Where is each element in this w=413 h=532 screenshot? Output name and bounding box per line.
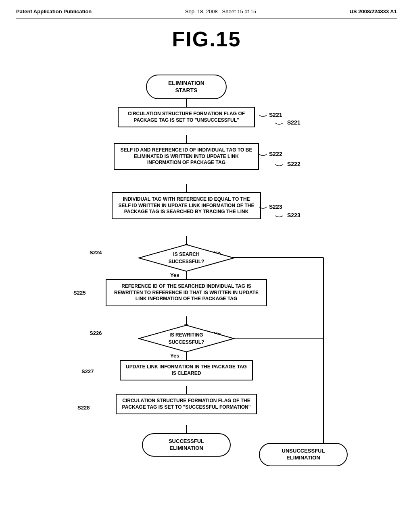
svg-text:S222: S222 (269, 151, 282, 157)
svg-text:SUCCESSFUL?: SUCCESSFUL? (169, 339, 204, 345)
fail-end-node: UNSUCCESSFUL ELIMINATION (259, 443, 348, 466)
svg-marker-30 (139, 245, 234, 271)
s224-diamond-container: IS SEARCH SUCCESSFUL? (138, 244, 235, 274)
s226-label: S226 (90, 329, 102, 337)
s224-diamond-shape: IS SEARCH SUCCESSFUL? (138, 244, 235, 272)
s221-box: CIRCULATION STRUCTURE FORMATION FLAG OF … (118, 107, 255, 127)
svg-text:S221: S221 (269, 112, 282, 118)
s221-row: CIRCULATION STRUCTURE FORMATION FLAG OF … (118, 107, 255, 127)
publication-label: Patent Application Publication (16, 8, 92, 15)
svg-marker-33 (139, 325, 234, 352)
svg-text:SUCCESSFUL?: SUCCESSFUL? (169, 259, 204, 264)
patent-number-label: US 2008/224833 A1 (350, 8, 397, 15)
figure-title: FIG.15 (16, 27, 397, 51)
s222-box: SELF ID AND REFERENCE ID OF INDIVIDUAL T… (114, 143, 259, 170)
s224-label: S224 (90, 249, 102, 256)
s222-row: SELF ID AND REFERENCE ID OF INDIVIDUAL T… (114, 143, 259, 170)
page-header: Patent Application Publication Sep. 18, … (16, 8, 397, 19)
s226-diamond-container: IS REWRITING SUCCESSFUL? (138, 324, 235, 354)
s227-box: UPDATE LINK INFORMATION IN THE PACKAGE T… (120, 360, 253, 380)
s228-label: S228 (77, 404, 90, 411)
s225-row: REFERENCE ID OF THE SEARCHED INDIVIDUAL … (106, 279, 267, 306)
start-node: ELIMINATION STARTS (146, 75, 227, 99)
s228-box: CIRCULATION STRUCTURE FORMATION FLAG OF … (116, 394, 257, 414)
s226-diamond-shape: IS REWRITING SUCCESSFUL? (138, 324, 235, 353)
s225-label: S225 (73, 289, 86, 296)
s222-curve: S222 (255, 146, 295, 162)
s223-box: INDIVIDUAL TAG WITH REFERENCE ID EQUAL T… (112, 192, 261, 219)
s225-box: REFERENCE ID OF THE SEARCHED INDIVIDUAL … (106, 279, 267, 306)
success-end-node: SUCCESSFUL ELIMINATION (142, 433, 231, 457)
s227-row: UPDATE LINK INFORMATION IN THE PACKAGE T… (120, 360, 253, 380)
date-sheet-label: Sep. 18, 2008 Sheet 15 of 15 (185, 8, 256, 15)
s228-row: CIRCULATION STRUCTURE FORMATION FLAG OF … (116, 394, 257, 414)
svg-text:IS REWRITING: IS REWRITING (169, 332, 203, 338)
s227-label: S227 (81, 368, 94, 375)
svg-text:IS SEARCH: IS SEARCH (173, 251, 199, 257)
svg-text:S223: S223 (269, 204, 282, 210)
s223-curve: S223 (255, 199, 295, 215)
s221-curve: S221 (255, 107, 295, 123)
page: Patent Application Publication Sep. 18, … (0, 0, 413, 532)
s223-row: INDIVIDUAL TAG WITH REFERENCE ID EQUAL T… (112, 192, 261, 219)
